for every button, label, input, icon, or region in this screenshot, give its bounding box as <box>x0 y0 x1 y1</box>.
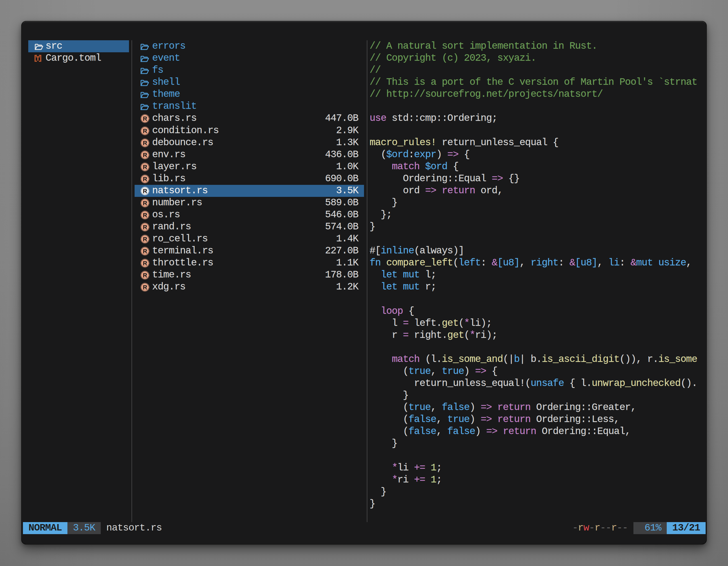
svg-text:R: R <box>143 164 147 170</box>
svg-text:R: R <box>143 248 147 255</box>
svg-text:R: R <box>143 128 147 134</box>
svg-text:R: R <box>143 284 147 291</box>
svg-text:R: R <box>143 188 147 194</box>
svg-text:R: R <box>143 212 147 219</box>
svg-text:R: R <box>143 116 147 122</box>
svg-text:R: R <box>143 224 147 231</box>
svg-text:R: R <box>143 200 147 206</box>
svg-text:R: R <box>143 272 147 279</box>
svg-text:R: R <box>143 140 147 146</box>
svg-text:R: R <box>143 152 147 158</box>
svg-text:R: R <box>143 236 147 243</box>
svg-text:R: R <box>143 176 147 182</box>
svg-text:R: R <box>143 260 147 267</box>
